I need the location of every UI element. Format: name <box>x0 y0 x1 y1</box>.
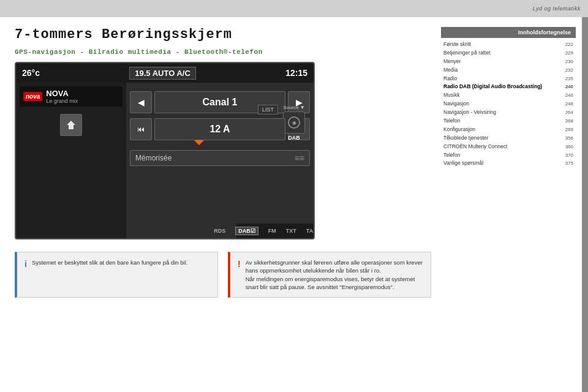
toc-page: 375 <box>565 160 573 167</box>
toc-row: Menyer230 <box>441 58 576 66</box>
toc-label: Navigasjon - Veivsiring <box>443 109 565 116</box>
vertical-sidebar-bar <box>582 17 588 392</box>
toc-page: 232 <box>565 67 573 74</box>
dab-button[interactable]: DAB☑ <box>235 227 258 235</box>
toc-row: Musikk246 <box>441 91 576 100</box>
toc-page: 268 <box>565 118 573 125</box>
home-back-button[interactable] <box>60 114 82 136</box>
fm-button[interactable]: FM <box>268 228 276 234</box>
toc-row: Radio235 <box>441 75 576 83</box>
radio-station-info: nova NOVA Le grand mix <box>20 86 123 107</box>
top-bar-title: Lyd og telematikk <box>533 6 581 12</box>
screen-body: nova NOVA Le grand mix <box>16 83 314 238</box>
memo-icon: ≡≡ <box>295 153 304 163</box>
source-label: Source ▼ <box>283 105 305 110</box>
page-title: 7-tommers Berøringsskjerm <box>15 27 431 42</box>
screen-time: 12:15 <box>285 68 307 78</box>
channel-prev-button[interactable]: ◀ <box>130 91 152 113</box>
station-name: NOVA <box>46 89 78 98</box>
source-dab-label: DAB <box>288 135 300 141</box>
toc-label: CITROËN Multeny Connect <box>443 143 565 151</box>
warning-icon: ! <box>238 258 241 271</box>
right-column: Innholdsfortegnelse Første skritt222Betj… <box>441 27 576 382</box>
toc-rows: Første skritt222Betjeninger på rattet229… <box>441 40 576 168</box>
info-text: Systemet er beskyttet slik at den bare k… <box>32 258 188 266</box>
memo-text: Mémorisée <box>135 154 295 162</box>
toc-label: Konfigurasjon <box>443 126 565 134</box>
main-content: 7-tommers Berøringsskjerm GPS-navigasjon… <box>0 17 588 392</box>
info-box: i Systemet er beskyttet slik at den bare… <box>15 252 218 298</box>
toc-row: Telefon268 <box>441 117 576 126</box>
toc-page: 229 <box>565 50 573 57</box>
screen-left-panel: nova NOVA Le grand mix <box>16 83 126 238</box>
toc-row: Første skritt222 <box>441 40 576 49</box>
toc-row: Navigasjon - Veivsiring264 <box>441 108 576 117</box>
toc-label: Radio <box>443 75 565 83</box>
freq-indicator <box>194 140 204 145</box>
toc-row: Radio DAB (Digital Audio Broadcasting)24… <box>441 83 576 91</box>
source-icon-inner: ◉ <box>288 116 300 129</box>
screen-display: 26°c 19.5 AUTO A/C 12:15 nova NOVA Le gr… <box>15 62 315 239</box>
toc-row: Tilkoblede tjenester356 <box>441 134 576 143</box>
toc-label: Telefon <box>443 118 565 125</box>
toc-row: Telefon370 <box>441 151 576 160</box>
screen-main-panel: LIST Source ▼ ◉ DAB ◀ C <box>126 83 314 238</box>
toc-label: Radio DAB (Digital Audio Broadcasting) <box>443 83 565 91</box>
toc-page: 264 <box>565 109 573 116</box>
list-button[interactable]: LIST <box>258 105 278 115</box>
toc-page: 222 <box>565 41 573 48</box>
toc-row: Betjeninger på rattet229 <box>441 49 576 58</box>
toc-row: Media232 <box>441 66 576 75</box>
toc-label: Vanlige spørsmål <box>443 160 565 167</box>
frequency-display: 12 A <box>154 118 285 140</box>
toc-label: Første skritt <box>443 41 565 48</box>
info-icon: i <box>24 258 27 271</box>
memo-row: Mémorisée ≡≡ <box>130 150 310 166</box>
toc-label: Musikk <box>443 92 565 99</box>
page-subtitle: GPS-navigasjon - Bilradio multimedia - B… <box>15 48 431 56</box>
station-subtitle: Le grand mix <box>46 98 78 104</box>
toc-row: Konfigurasjon269 <box>441 126 576 134</box>
toc-label: Telefon <box>443 152 565 159</box>
toc-page: 248 <box>565 100 573 108</box>
rewind-button[interactable]: ⏮ <box>130 118 152 140</box>
screen-temperature: 26°c <box>22 68 40 78</box>
toc-page: 269 <box>565 126 573 134</box>
info-boxes: i Systemet er beskyttet slik at den bare… <box>15 252 431 298</box>
screen-top-bar: 26°c 19.5 AUTO A/C 12:15 <box>16 63 314 83</box>
screen-bottom-bar: RDS DAB☑ FM TXT TA INFO <box>236 224 314 238</box>
toc-row: Navigasjon248 <box>441 100 576 108</box>
txt-button[interactable]: TXT <box>286 228 296 234</box>
screen-climate: 19.5 AUTO A/C <box>129 67 196 80</box>
ta-button[interactable]: TA <box>306 228 313 234</box>
toc-label: Menyer <box>443 58 565 66</box>
left-column: 7-tommers Berøringsskjerm GPS-navigasjon… <box>15 27 431 382</box>
source-icon: ◉ <box>283 111 305 134</box>
toc-header: Innholdsfortegnelse <box>441 27 576 38</box>
toc-row: CITROËN Multeny Connect360 <box>441 143 576 151</box>
toc-label: Navigasjon <box>443 100 565 108</box>
rds-button[interactable]: RDS <box>214 228 225 234</box>
top-bar: Lyd og telematikk <box>0 0 588 17</box>
svg-marker-0 <box>67 121 75 129</box>
toc-page: 356 <box>565 135 573 142</box>
toc-page: 235 <box>565 75 573 83</box>
toc-page: 240 <box>565 83 573 91</box>
nova-logo: nova <box>23 92 42 101</box>
toc-label: Media <box>443 67 565 74</box>
warning-box: ! Av sikkerhetsgrunner skal føreren utfø… <box>228 252 431 298</box>
toc-page: 230 <box>565 58 573 66</box>
toc-page: 370 <box>565 152 573 159</box>
toc-label: Betjeninger på rattet <box>443 50 565 57</box>
warning-text: Av sikkerhetsgrunner skal føreren utføre… <box>246 258 423 291</box>
toc-label: Tilkoblede tjenester <box>443 135 565 142</box>
toc-page: 360 <box>565 143 573 151</box>
frequency-nav-row: ⏮ 12 A ⏭ <box>130 118 310 140</box>
toc-page: 246 <box>565 92 573 99</box>
toc-row: Vanlige spørsmål375 <box>441 159 576 168</box>
